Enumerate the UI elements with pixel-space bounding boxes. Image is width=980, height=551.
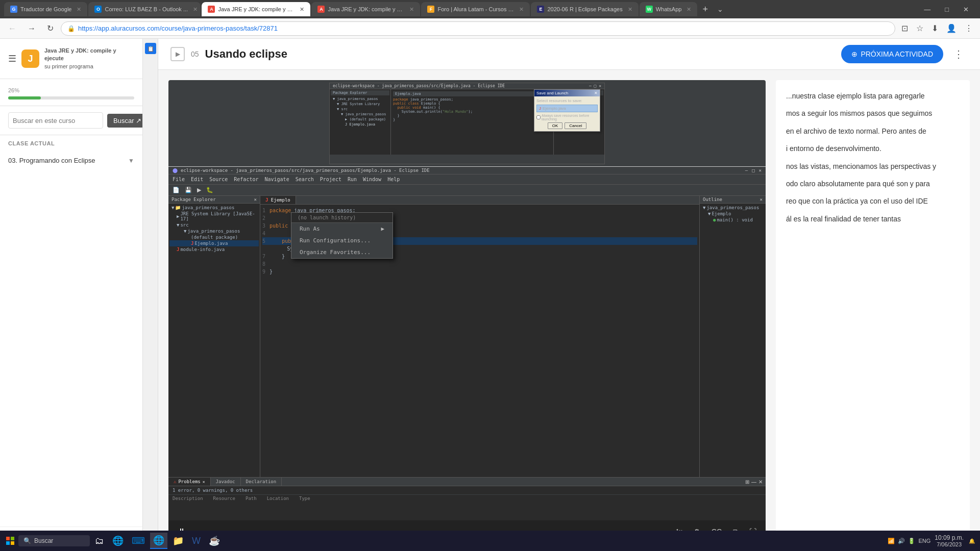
- eclipse-tree-text-6: Ejemplo.java: [194, 241, 228, 246]
- sidebar-title: Java JRE y JDK: compile y ejecute su pri…: [44, 47, 134, 70]
- eclipse-menu-navigate[interactable]: Navigate: [264, 176, 289, 183]
- refresh-button[interactable]: ↻: [43, 21, 58, 35]
- left-mini-active-btn[interactable]: 📋: [145, 43, 156, 54]
- eclipse-tree-jre[interactable]: ▶ JRE System Library [JavaSE-17]: [169, 211, 259, 222]
- tab-foro[interactable]: F Foro | Alura Latam - Cursos on... ✕: [421, 2, 530, 16]
- address-text: https://app.aluracursos.com/course/java-…: [78, 24, 889, 32]
- taskbar-chrome-button[interactable]: 🌐: [150, 533, 167, 549]
- minimize-button[interactable]: —: [917, 4, 938, 15]
- browser-tab-bar: G Traductor de Google ✕ O Correo: LUZ BA…: [0, 0, 980, 18]
- next-activity-button[interactable]: ⊕ PRÓXIMA ACTIVIDAD: [841, 45, 943, 63]
- tab-google[interactable]: G Traductor de Google ✕: [4, 2, 87, 16]
- eclipse-toolbar-run[interactable]: ▶: [195, 186, 203, 194]
- eclipse-menu-edit[interactable]: Edit: [191, 176, 203, 183]
- eclipse-toolbar-new[interactable]: 📄: [170, 186, 182, 194]
- search-button[interactable]: Buscar ↗: [107, 114, 143, 128]
- eclipse-menu-run[interactable]: Run: [348, 176, 357, 183]
- tab-favicon-alura2: A: [317, 6, 325, 13]
- start-button[interactable]: [4, 535, 16, 547]
- eclipse-toolbar-debug[interactable]: 🐛: [204, 186, 215, 194]
- taskbar-edge-button[interactable]: 🌐: [109, 533, 127, 548]
- eclipse-bottom-close-btn[interactable]: ✕: [758, 479, 763, 485]
- tab-close-eclipse[interactable]: ✕: [628, 6, 632, 13]
- eclipse-editor-tab-ejemplo[interactable]: J Ejemplo: [260, 196, 296, 204]
- eclipse-minimize-btn[interactable]: —: [745, 168, 748, 173]
- taskbar-code-button[interactable]: ⌨: [129, 533, 148, 548]
- eclipse-tree-package[interactable]: ▼ java_primeros_pasos: [169, 228, 259, 234]
- eclipse-menu-help[interactable]: Help: [387, 176, 400, 183]
- tab-close-alura2[interactable]: ✕: [409, 6, 414, 13]
- tab-close-google[interactable]: ✕: [77, 6, 81, 13]
- eclipse-maximize-btn[interactable]: □: [752, 168, 754, 173]
- close-button[interactable]: ✕: [956, 4, 976, 15]
- save-dialog-thumb-cancel-button[interactable]: Cancel: [565, 122, 586, 129]
- eclipse-menu-refactor[interactable]: Refactor: [234, 176, 258, 183]
- taskbar-explorer2-button[interactable]: 📁: [169, 533, 187, 548]
- tab-eclipse[interactable]: E 2020-06 R | Eclipse Packages ✕: [531, 2, 638, 16]
- tab-alura2[interactable]: A Java JRE y JDK: compile y ejec... ✕: [311, 2, 420, 16]
- address-bar[interactable]: 🔒 https://app.aluracursos.com/course/jav…: [61, 21, 895, 36]
- back-button[interactable]: ←: [4, 22, 20, 35]
- maximize-button[interactable]: □: [938, 4, 956, 15]
- eclipse-menu-file[interactable]: File: [173, 176, 185, 183]
- bookmark-button[interactable]: ☆: [913, 21, 926, 35]
- extensions-button[interactable]: ⊡: [898, 21, 911, 35]
- eclipse-bottom-collapse-btn[interactable]: —: [751, 479, 756, 485]
- eclipse-menu-window[interactable]: Window: [363, 176, 381, 183]
- eclipse-tab-declaration[interactable]: Declaration: [241, 478, 282, 486]
- tab-close-whatsapp[interactable]: ✕: [687, 6, 691, 13]
- eclipse-tree-default[interactable]: (default package): [169, 234, 259, 240]
- profile-button[interactable]: 👤: [943, 21, 960, 35]
- progress-section: 26%: [0, 79, 142, 106]
- download-button[interactable]: ⬇: [928, 21, 941, 35]
- tab-overflow-button[interactable]: ⌄: [713, 4, 727, 14]
- tab-outlook[interactable]: O Correo: LUZ BAEZ B - Outlook ... ✕: [88, 2, 201, 16]
- sidebar-title-line2: su primer programa: [44, 63, 134, 70]
- eclipse-tab-problems[interactable]: ⚠ Problems ✕: [168, 478, 211, 486]
- taskbar-search[interactable]: 🔍 Buscar: [18, 535, 90, 546]
- context-menu-run-configs[interactable]: Run Configurations...: [291, 235, 393, 246]
- context-menu-run-as[interactable]: Run As ▶: [291, 223, 393, 235]
- eclipse-outline-close[interactable]: ✕: [760, 197, 763, 202]
- tab-whatsapp[interactable]: W WhatsApp ✕: [640, 2, 698, 16]
- settings-button[interactable]: ⋮: [962, 21, 976, 35]
- eclipse-menu-source[interactable]: Source: [209, 176, 228, 183]
- sidebar-toggle-button[interactable]: ☰: [8, 53, 16, 64]
- tab-close-foro[interactable]: ✕: [519, 6, 524, 13]
- save-dialog-thumb-checkbox[interactable]: [536, 115, 541, 119]
- eclipse-tree-java[interactable]: ▼ 📁 java_primeros_pasos: [169, 205, 259, 211]
- taskbar-date-display: 7/06/2023: [935, 541, 964, 547]
- tab-close-outlook[interactable]: ✕: [193, 6, 198, 13]
- eclipse-win-controls: — □ ✕: [745, 168, 762, 173]
- eclipse-java-icon-1: J: [191, 241, 193, 246]
- save-dialog-thumb-ok-button[interactable]: OK: [548, 122, 563, 129]
- notification-button[interactable]: 🔔: [968, 537, 976, 545]
- eclipse-close-btn[interactable]: ✕: [759, 168, 762, 173]
- context-menu-organize[interactable]: Organize Favorites...: [291, 246, 393, 258]
- search-input[interactable]: [8, 112, 103, 129]
- eclipse-tree-src[interactable]: ▼ src: [169, 222, 259, 228]
- eclipse-tab-javadoc[interactable]: Javadoc: [211, 478, 241, 486]
- eclipse-tree-module[interactable]: J module-info.java: [169, 246, 259, 253]
- eclipse-bottom-status-text: 1 error, 0 warnings, 0 others: [173, 488, 253, 493]
- mini-code-6: System.out.println("Hola Mundo");: [393, 110, 551, 114]
- eclipse-tab-problems-close[interactable]: ✕: [203, 480, 205, 484]
- taskbar-java-button[interactable]: ☕: [206, 533, 223, 548]
- eclipse-bottom-filter-btn[interactable]: ⊞: [745, 479, 749, 485]
- eclipse-toolbar-save[interactable]: 💾: [183, 186, 194, 194]
- more-options-button[interactable]: ⋮: [949, 46, 968, 62]
- forward-button[interactable]: →: [23, 22, 40, 35]
- eclipse-menu-project[interactable]: Project: [320, 176, 341, 183]
- mini-tree-item-2: ▼ JRE System Library: [331, 102, 389, 107]
- taskbar-search-text: Buscar: [34, 537, 53, 544]
- module-item[interactable]: 03. Programando con Eclipse ▼: [0, 152, 142, 169]
- eclipse-tree-ejemplo[interactable]: J Ejemplo.java: [169, 240, 259, 246]
- tab-close-alura1[interactable]: ✕: [300, 6, 304, 13]
- taskbar-explorer-button[interactable]: 🗂: [92, 534, 107, 548]
- eclipse-mini-editor: Ejemplo.java package java_primeros_pasos…: [391, 89, 553, 155]
- new-tab-button[interactable]: +: [698, 3, 712, 16]
- eclipse-menu-search[interactable]: Search: [296, 176, 314, 183]
- tab-alura1[interactable]: A Java JRE y JDK: compile y ejec... ✕: [202, 2, 310, 16]
- eclipse-explorer-close[interactable]: ✕: [254, 197, 257, 202]
- taskbar-word-button[interactable]: W: [189, 534, 204, 548]
